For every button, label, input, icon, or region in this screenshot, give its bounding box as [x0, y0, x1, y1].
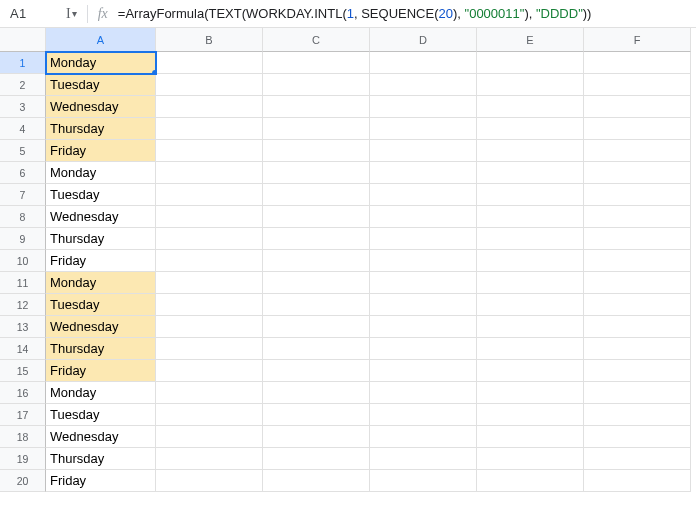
cell-c18[interactable] — [263, 426, 370, 448]
cell-f18[interactable] — [584, 426, 691, 448]
cell-c14[interactable] — [263, 338, 370, 360]
cell-f3[interactable] — [584, 96, 691, 118]
cell-f6[interactable] — [584, 162, 691, 184]
cell-b8[interactable] — [156, 206, 263, 228]
cell-f8[interactable] — [584, 206, 691, 228]
cell-b3[interactable] — [156, 96, 263, 118]
cell-c7[interactable] — [263, 184, 370, 206]
row-header[interactable]: 11 — [0, 272, 46, 294]
cell-f5[interactable] — [584, 140, 691, 162]
cell-e19[interactable] — [477, 448, 584, 470]
cell-a17[interactable]: Tuesday — [46, 404, 156, 426]
fill-handle[interactable] — [152, 70, 156, 74]
cell-b9[interactable] — [156, 228, 263, 250]
cell-d14[interactable] — [370, 338, 477, 360]
cell-f1[interactable] — [584, 52, 691, 74]
cell-f16[interactable] — [584, 382, 691, 404]
cell-b13[interactable] — [156, 316, 263, 338]
cell-a14[interactable]: Thursday — [46, 338, 156, 360]
cell-d9[interactable] — [370, 228, 477, 250]
cell-d1[interactable] — [370, 52, 477, 74]
cell-f14[interactable] — [584, 338, 691, 360]
cell-b4[interactable] — [156, 118, 263, 140]
cell-d6[interactable] — [370, 162, 477, 184]
cell-d15[interactable] — [370, 360, 477, 382]
row-header[interactable]: 17 — [0, 404, 46, 426]
cell-c2[interactable] — [263, 74, 370, 96]
cell-e2[interactable] — [477, 74, 584, 96]
row-header[interactable]: 1 — [0, 52, 46, 74]
cell-e11[interactable] — [477, 272, 584, 294]
column-header-b[interactable]: B — [156, 28, 263, 52]
cell-e3[interactable] — [477, 96, 584, 118]
cell-c4[interactable] — [263, 118, 370, 140]
column-header-d[interactable]: D — [370, 28, 477, 52]
cell-a9[interactable]: Thursday — [46, 228, 156, 250]
row-header[interactable]: 2 — [0, 74, 46, 96]
cell-b6[interactable] — [156, 162, 263, 184]
cell-f4[interactable] — [584, 118, 691, 140]
name-box[interactable]: A1 — [6, 4, 60, 23]
cell-d7[interactable] — [370, 184, 477, 206]
cell-e18[interactable] — [477, 426, 584, 448]
cell-d16[interactable] — [370, 382, 477, 404]
cell-c15[interactable] — [263, 360, 370, 382]
cell-d8[interactable] — [370, 206, 477, 228]
cell-d12[interactable] — [370, 294, 477, 316]
row-header[interactable]: 18 — [0, 426, 46, 448]
cell-c11[interactable] — [263, 272, 370, 294]
cell-b18[interactable] — [156, 426, 263, 448]
cell-d3[interactable] — [370, 96, 477, 118]
cell-f13[interactable] — [584, 316, 691, 338]
formula-input[interactable]: =ArrayFormula(TEXT(WORKDAY.INTL(1, SEQUE… — [118, 6, 690, 21]
cell-e12[interactable] — [477, 294, 584, 316]
cell-b11[interactable] — [156, 272, 263, 294]
cell-a13[interactable]: Wednesday — [46, 316, 156, 338]
cell-c8[interactable] — [263, 206, 370, 228]
cell-e20[interactable] — [477, 470, 584, 492]
cell-c17[interactable] — [263, 404, 370, 426]
cell-b1[interactable] — [156, 52, 263, 74]
cell-a16[interactable]: Monday — [46, 382, 156, 404]
row-header[interactable]: 6 — [0, 162, 46, 184]
cell-f10[interactable] — [584, 250, 691, 272]
row-header[interactable]: 15 — [0, 360, 46, 382]
cell-d11[interactable] — [370, 272, 477, 294]
cell-a11[interactable]: Monday — [46, 272, 156, 294]
row-header[interactable]: 5 — [0, 140, 46, 162]
cell-a8[interactable]: Wednesday — [46, 206, 156, 228]
row-header[interactable]: 19 — [0, 448, 46, 470]
row-header[interactable]: 10 — [0, 250, 46, 272]
cell-f7[interactable] — [584, 184, 691, 206]
column-header-a[interactable]: A — [46, 28, 156, 52]
cell-f15[interactable] — [584, 360, 691, 382]
cell-f2[interactable] — [584, 74, 691, 96]
cell-d18[interactable] — [370, 426, 477, 448]
cell-b15[interactable] — [156, 360, 263, 382]
cell-c13[interactable] — [263, 316, 370, 338]
cell-c19[interactable] — [263, 448, 370, 470]
cell-a12[interactable]: Tuesday — [46, 294, 156, 316]
cell-a2[interactable]: Tuesday — [46, 74, 156, 96]
cell-f12[interactable] — [584, 294, 691, 316]
cell-b17[interactable] — [156, 404, 263, 426]
cell-c9[interactable] — [263, 228, 370, 250]
cell-d13[interactable] — [370, 316, 477, 338]
cell-e13[interactable] — [477, 316, 584, 338]
cell-f19[interactable] — [584, 448, 691, 470]
cell-f20[interactable] — [584, 470, 691, 492]
cell-c5[interactable] — [263, 140, 370, 162]
cell-a15[interactable]: Friday — [46, 360, 156, 382]
cell-a3[interactable]: Wednesday — [46, 96, 156, 118]
cell-a4[interactable]: Thursday — [46, 118, 156, 140]
cell-b19[interactable] — [156, 448, 263, 470]
cell-b14[interactable] — [156, 338, 263, 360]
cell-e8[interactable] — [477, 206, 584, 228]
cell-d20[interactable] — [370, 470, 477, 492]
row-header[interactable]: 20 — [0, 470, 46, 492]
column-header-f[interactable]: F — [584, 28, 691, 52]
cell-d19[interactable] — [370, 448, 477, 470]
cell-e10[interactable] — [477, 250, 584, 272]
cell-d17[interactable] — [370, 404, 477, 426]
cell-a1[interactable]: Monday — [46, 52, 156, 74]
